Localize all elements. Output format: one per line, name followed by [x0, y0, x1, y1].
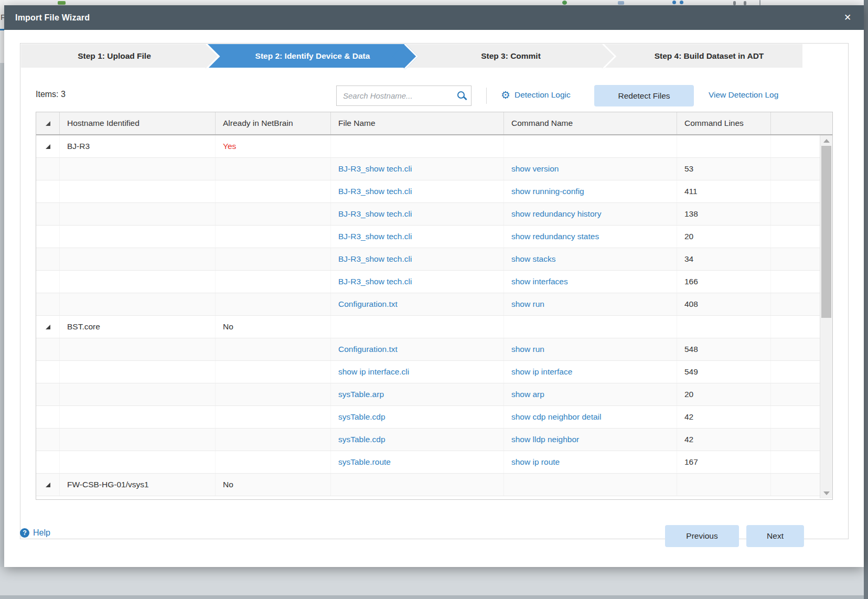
file-name-link[interactable]: BJ-R3_show tech.cli — [338, 187, 412, 196]
column-header-file-name[interactable]: File Name — [331, 112, 504, 134]
command-lines-cell — [677, 474, 771, 496]
command-name-cell — [504, 135, 677, 157]
file-name-link[interactable]: BJ-R3_show tech.cli — [338, 277, 412, 286]
step-4-build-dataset[interactable]: Step 4: Build Dataset in ADT — [604, 44, 802, 68]
column-header-spacer — [771, 112, 832, 134]
hostname-cell — [60, 248, 216, 270]
step-2-identify-device-data[interactable]: Step 2: Identify Device & Data — [208, 44, 406, 68]
command-name-link[interactable]: show arp — [511, 390, 544, 399]
scrollbar-up-icon[interactable] — [820, 136, 832, 145]
dialog-title: Import File Wizard — [15, 13, 90, 23]
already-in-netbrain-value: Yes — [223, 142, 236, 151]
file-name-cell: BJ-R3_show tech.cli — [331, 158, 504, 180]
expand-all-column-header[interactable] — [36, 112, 60, 134]
vertical-scrollbar[interactable] — [820, 135, 832, 498]
command-name-link[interactable]: show run — [511, 300, 544, 309]
file-name-link[interactable]: sysTable.cdp — [338, 435, 385, 444]
close-icon[interactable]: ✕ — [836, 5, 859, 30]
detail-row: BJ-R3_show tech.clishow interfaces166 — [36, 271, 820, 293]
group-expand-icon[interactable] — [46, 325, 50, 329]
view-detection-log-link[interactable]: View Detection Log — [709, 90, 778, 100]
command-lines-cell — [677, 316, 771, 338]
command-name-link[interactable]: show ip interface — [511, 367, 572, 377]
command-lines-cell: 20 — [677, 383, 771, 405]
column-header-command-lines[interactable]: Command Lines — [677, 112, 771, 134]
help-label: Help — [33, 528, 50, 538]
file-name-link[interactable]: BJ-R3_show tech.cli — [338, 164, 412, 174]
group-expand-cell — [36, 135, 60, 157]
group-expand-icon[interactable] — [46, 144, 50, 149]
file-name-link[interactable]: BJ-R3_show tech.cli — [338, 232, 412, 241]
group-expand-cell — [36, 474, 60, 496]
scrollbar-down-icon[interactable] — [820, 489, 832, 497]
command-name-link[interactable]: show version — [511, 164, 559, 174]
detail-expand-cell — [36, 158, 60, 180]
next-button[interactable]: Next — [746, 525, 804, 547]
command-name-link[interactable]: show cdp neighbor detail — [511, 412, 601, 422]
file-name-cell: BJ-R3_show tech.cli — [331, 271, 504, 293]
file-name-link[interactable]: show ip interface.cli — [338, 367, 409, 377]
file-name-link[interactable]: sysTable.route — [338, 457, 391, 467]
already-in-netbrain-cell — [216, 383, 331, 405]
detection-logic-link[interactable]: ⚙ Detection Logic — [501, 90, 571, 100]
help-link[interactable]: ? Help — [20, 528, 50, 538]
command-name-cell — [504, 474, 677, 496]
command-name-link[interactable]: show lldp neighbor — [511, 435, 579, 444]
already-in-netbrain-cell — [216, 406, 331, 428]
hostname-cell — [60, 429, 216, 451]
file-name-link[interactable]: Configuration.txt — [338, 345, 398, 354]
detection-logic-label: Detection Logic — [515, 90, 571, 100]
search-input[interactable] — [337, 86, 457, 105]
file-name-link[interactable]: Configuration.txt — [338, 300, 398, 309]
already-in-netbrain-cell — [216, 203, 331, 225]
hostname-cell: FW-CSB-HG-01/vsys1 — [60, 474, 216, 496]
command-lines-value: 548 — [684, 345, 698, 354]
command-lines-value: 167 — [684, 457, 698, 467]
column-header-hostname[interactable]: Hostname Identified — [60, 112, 216, 134]
command-name-link[interactable]: show stacks — [511, 254, 555, 264]
already-in-netbrain-value: No — [223, 322, 233, 331]
step-3-commit[interactable]: Step 3: Commit — [406, 44, 604, 68]
spacer-cell — [771, 271, 820, 293]
command-name-link[interactable]: show redundancy history — [511, 209, 601, 219]
wizard-content-panel: Step 1: Upload File Step 2: Identify Dev… — [20, 43, 849, 539]
expand-all-icon[interactable] — [46, 121, 50, 126]
redetect-files-button[interactable]: Redetect Files — [594, 85, 694, 106]
detail-expand-cell — [36, 406, 60, 428]
column-header-command-name[interactable]: Command Name — [504, 112, 677, 134]
scrollbar-thumb[interactable] — [821, 146, 831, 318]
detail-expand-cell — [36, 338, 60, 360]
file-name-link[interactable]: BJ-R3_show tech.cli — [338, 209, 412, 219]
already-in-netbrain-cell — [216, 361, 331, 383]
command-name-link[interactable]: show run — [511, 345, 544, 354]
hostname-cell — [60, 361, 216, 383]
file-name-link[interactable]: sysTable.cdp — [338, 412, 385, 422]
file-name-link[interactable]: BJ-R3_show tech.cli — [338, 254, 412, 264]
detail-expand-cell — [36, 293, 60, 315]
spacer-cell — [771, 429, 820, 451]
hostname-cell: BST.core — [60, 316, 216, 338]
command-name-cell: show arp — [504, 383, 677, 405]
command-lines-value: 20 — [684, 390, 693, 399]
search-icon[interactable] — [457, 91, 465, 99]
spacer-cell — [771, 474, 820, 496]
file-name-cell — [331, 474, 504, 496]
hostname-search-box — [336, 85, 471, 106]
command-lines-value: 20 — [684, 232, 693, 241]
spacer-cell — [771, 316, 820, 338]
command-lines-cell: 166 — [677, 271, 771, 293]
command-name-link[interactable]: show running-config — [511, 187, 584, 196]
group-expand-icon[interactable] — [46, 483, 50, 487]
column-header-already-in-netbrain[interactable]: Already in NetBrain — [216, 112, 331, 134]
hostname-cell — [60, 338, 216, 360]
already-in-netbrain-cell — [216, 248, 331, 270]
previous-button[interactable]: Previous — [665, 525, 739, 547]
command-lines-cell: 20 — [677, 226, 771, 248]
hostname-cell — [60, 226, 216, 248]
step-1-upload-file[interactable]: Step 1: Upload File — [21, 44, 208, 68]
command-name-link[interactable]: show redundancy states — [511, 232, 599, 241]
command-name-link[interactable]: show ip route — [511, 457, 560, 467]
detail-row: BJ-R3_show tech.clishow stacks34 — [36, 248, 820, 271]
file-name-link[interactable]: sysTable.arp — [338, 390, 384, 399]
command-name-link[interactable]: show interfaces — [511, 277, 568, 286]
